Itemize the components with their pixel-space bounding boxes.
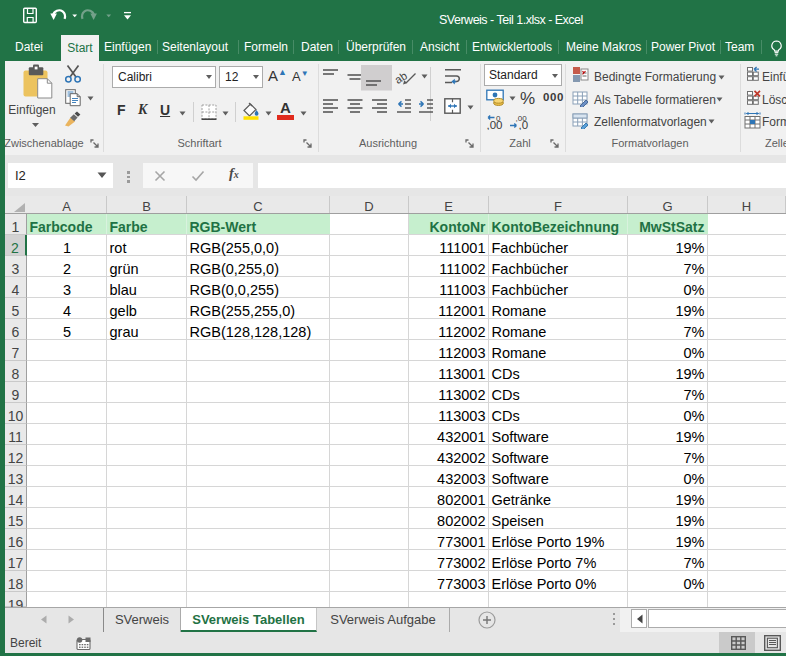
svg-text:,0: ,0 bbox=[519, 119, 529, 130]
svg-text:,00: ,00 bbox=[487, 119, 503, 130]
svg-text:ab: ab bbox=[395, 69, 409, 86]
